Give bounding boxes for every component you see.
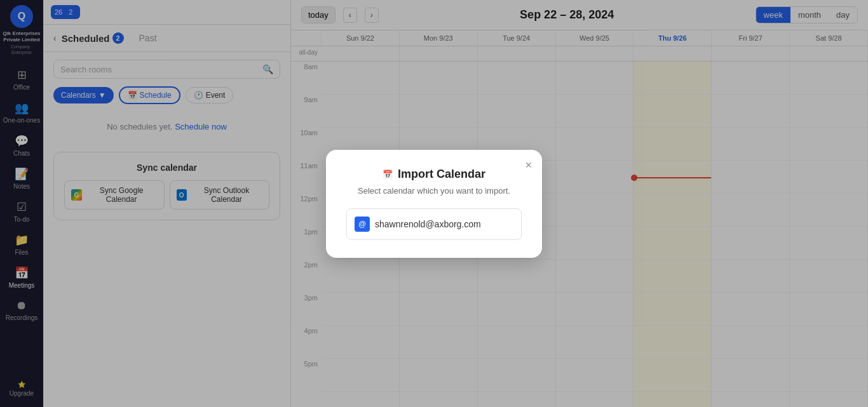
email-option[interactable]: @ shawnrenold@axborg.com xyxy=(346,208,522,240)
import-calendar-modal: × 📅 Import Calendar Select calendar whic… xyxy=(326,150,542,258)
calendar-modal-icon: 📅 xyxy=(383,170,393,179)
modal-subtitle: Select calendar which you want to import… xyxy=(346,186,522,196)
email-option-icon: @ xyxy=(355,217,370,232)
modal-title: Import Calendar xyxy=(398,168,485,181)
modal-close-button[interactable]: × xyxy=(525,159,532,172)
modal-header: 📅 Import Calendar xyxy=(346,168,522,181)
email-address: shawnrenold@axborg.com xyxy=(375,219,481,229)
modal-overlay[interactable]: × 📅 Import Calendar Select calendar whic… xyxy=(0,0,868,407)
